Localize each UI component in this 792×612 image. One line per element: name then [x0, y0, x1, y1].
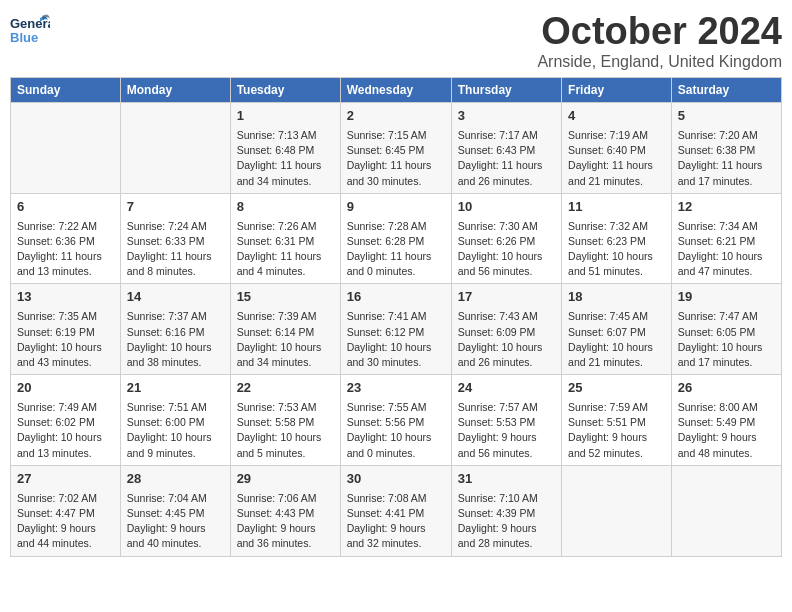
calendar-cell: 1Sunrise: 7:13 AMSunset: 6:48 PMDaylight… [230, 103, 340, 194]
calendar-cell: 16Sunrise: 7:41 AMSunset: 6:12 PMDayligh… [340, 284, 451, 375]
day-number: 4 [568, 107, 665, 126]
day-info: Sunrise: 7:43 AMSunset: 6:09 PMDaylight:… [458, 309, 555, 370]
calendar-cell: 18Sunrise: 7:45 AMSunset: 6:07 PMDayligh… [562, 284, 672, 375]
day-info: Sunrise: 7:49 AMSunset: 6:02 PMDaylight:… [17, 400, 114, 461]
calendar-cell: 6Sunrise: 7:22 AMSunset: 6:36 PMDaylight… [11, 193, 121, 284]
day-info: Sunrise: 7:59 AMSunset: 5:51 PMDaylight:… [568, 400, 665, 461]
day-number: 24 [458, 379, 555, 398]
week-row-4: 20Sunrise: 7:49 AMSunset: 6:02 PMDayligh… [11, 375, 782, 466]
month-title: October 2024 [537, 10, 782, 53]
calendar-cell: 22Sunrise: 7:53 AMSunset: 5:58 PMDayligh… [230, 375, 340, 466]
day-number: 7 [127, 198, 224, 217]
day-info: Sunrise: 7:04 AMSunset: 4:45 PMDaylight:… [127, 491, 224, 552]
day-info: Sunrise: 7:02 AMSunset: 4:47 PMDaylight:… [17, 491, 114, 552]
day-info: Sunrise: 8:00 AMSunset: 5:49 PMDaylight:… [678, 400, 775, 461]
day-number: 27 [17, 470, 114, 489]
calendar-cell: 26Sunrise: 8:00 AMSunset: 5:49 PMDayligh… [671, 375, 781, 466]
day-number: 25 [568, 379, 665, 398]
day-number: 19 [678, 288, 775, 307]
day-info: Sunrise: 7:53 AMSunset: 5:58 PMDaylight:… [237, 400, 334, 461]
week-row-1: 1Sunrise: 7:13 AMSunset: 6:48 PMDaylight… [11, 103, 782, 194]
day-info: Sunrise: 7:22 AMSunset: 6:36 PMDaylight:… [17, 219, 114, 280]
day-info: Sunrise: 7:20 AMSunset: 6:38 PMDaylight:… [678, 128, 775, 189]
calendar-cell: 23Sunrise: 7:55 AMSunset: 5:56 PMDayligh… [340, 375, 451, 466]
calendar-cell: 3Sunrise: 7:17 AMSunset: 6:43 PMDaylight… [451, 103, 561, 194]
header: General Blue October 2024 Arnside, Engla… [10, 10, 782, 71]
day-number: 10 [458, 198, 555, 217]
day-info: Sunrise: 7:15 AMSunset: 6:45 PMDaylight:… [347, 128, 445, 189]
day-info: Sunrise: 7:13 AMSunset: 6:48 PMDaylight:… [237, 128, 334, 189]
location: Arnside, England, United Kingdom [537, 53, 782, 71]
day-info: Sunrise: 7:35 AMSunset: 6:19 PMDaylight:… [17, 309, 114, 370]
calendar-cell: 5Sunrise: 7:20 AMSunset: 6:38 PMDaylight… [671, 103, 781, 194]
day-info: Sunrise: 7:57 AMSunset: 5:53 PMDaylight:… [458, 400, 555, 461]
calendar-cell: 9Sunrise: 7:28 AMSunset: 6:28 PMDaylight… [340, 193, 451, 284]
day-number: 3 [458, 107, 555, 126]
calendar-cell: 14Sunrise: 7:37 AMSunset: 6:16 PMDayligh… [120, 284, 230, 375]
day-number: 30 [347, 470, 445, 489]
calendar-table: SundayMondayTuesdayWednesdayThursdayFrid… [10, 77, 782, 557]
calendar-cell [11, 103, 121, 194]
day-info: Sunrise: 7:55 AMSunset: 5:56 PMDaylight:… [347, 400, 445, 461]
dow-header-saturday: Saturday [671, 78, 781, 103]
calendar-cell: 31Sunrise: 7:10 AMSunset: 4:39 PMDayligh… [451, 465, 561, 556]
day-info: Sunrise: 7:10 AMSunset: 4:39 PMDaylight:… [458, 491, 555, 552]
logo-icon: General Blue [10, 10, 50, 50]
logo: General Blue [10, 10, 50, 50]
week-row-5: 27Sunrise: 7:02 AMSunset: 4:47 PMDayligh… [11, 465, 782, 556]
calendar-cell [120, 103, 230, 194]
calendar-cell: 15Sunrise: 7:39 AMSunset: 6:14 PMDayligh… [230, 284, 340, 375]
dow-header-friday: Friday [562, 78, 672, 103]
day-info: Sunrise: 7:17 AMSunset: 6:43 PMDaylight:… [458, 128, 555, 189]
calendar-cell [671, 465, 781, 556]
day-number: 5 [678, 107, 775, 126]
calendar-cell: 13Sunrise: 7:35 AMSunset: 6:19 PMDayligh… [11, 284, 121, 375]
day-info: Sunrise: 7:47 AMSunset: 6:05 PMDaylight:… [678, 309, 775, 370]
day-number: 14 [127, 288, 224, 307]
day-number: 13 [17, 288, 114, 307]
day-number: 2 [347, 107, 445, 126]
day-number: 23 [347, 379, 445, 398]
day-number: 28 [127, 470, 224, 489]
dow-header-wednesday: Wednesday [340, 78, 451, 103]
dow-header-sunday: Sunday [11, 78, 121, 103]
dow-header-monday: Monday [120, 78, 230, 103]
calendar-cell: 27Sunrise: 7:02 AMSunset: 4:47 PMDayligh… [11, 465, 121, 556]
calendar-cell: 21Sunrise: 7:51 AMSunset: 6:00 PMDayligh… [120, 375, 230, 466]
calendar-cell: 4Sunrise: 7:19 AMSunset: 6:40 PMDaylight… [562, 103, 672, 194]
day-info: Sunrise: 7:06 AMSunset: 4:43 PMDaylight:… [237, 491, 334, 552]
day-info: Sunrise: 7:32 AMSunset: 6:23 PMDaylight:… [568, 219, 665, 280]
title-block: October 2024 Arnside, England, United Ki… [537, 10, 782, 71]
calendar-cell: 7Sunrise: 7:24 AMSunset: 6:33 PMDaylight… [120, 193, 230, 284]
day-number: 16 [347, 288, 445, 307]
day-number: 20 [17, 379, 114, 398]
day-number: 1 [237, 107, 334, 126]
day-number: 6 [17, 198, 114, 217]
calendar-cell: 12Sunrise: 7:34 AMSunset: 6:21 PMDayligh… [671, 193, 781, 284]
day-number: 12 [678, 198, 775, 217]
calendar-cell: 2Sunrise: 7:15 AMSunset: 6:45 PMDaylight… [340, 103, 451, 194]
calendar-body: 1Sunrise: 7:13 AMSunset: 6:48 PMDaylight… [11, 103, 782, 557]
day-info: Sunrise: 7:08 AMSunset: 4:41 PMDaylight:… [347, 491, 445, 552]
day-number: 17 [458, 288, 555, 307]
dow-header-tuesday: Tuesday [230, 78, 340, 103]
day-number: 21 [127, 379, 224, 398]
calendar-cell: 24Sunrise: 7:57 AMSunset: 5:53 PMDayligh… [451, 375, 561, 466]
calendar-cell [562, 465, 672, 556]
day-info: Sunrise: 7:19 AMSunset: 6:40 PMDaylight:… [568, 128, 665, 189]
calendar-cell: 20Sunrise: 7:49 AMSunset: 6:02 PMDayligh… [11, 375, 121, 466]
calendar-cell: 11Sunrise: 7:32 AMSunset: 6:23 PMDayligh… [562, 193, 672, 284]
day-number: 11 [568, 198, 665, 217]
svg-text:Blue: Blue [10, 30, 38, 45]
day-number: 29 [237, 470, 334, 489]
week-row-2: 6Sunrise: 7:22 AMSunset: 6:36 PMDaylight… [11, 193, 782, 284]
calendar-cell: 28Sunrise: 7:04 AMSunset: 4:45 PMDayligh… [120, 465, 230, 556]
day-number: 26 [678, 379, 775, 398]
day-number: 18 [568, 288, 665, 307]
day-number: 15 [237, 288, 334, 307]
week-row-3: 13Sunrise: 7:35 AMSunset: 6:19 PMDayligh… [11, 284, 782, 375]
calendar-cell: 29Sunrise: 7:06 AMSunset: 4:43 PMDayligh… [230, 465, 340, 556]
day-number: 22 [237, 379, 334, 398]
dow-header-thursday: Thursday [451, 78, 561, 103]
day-info: Sunrise: 7:30 AMSunset: 6:26 PMDaylight:… [458, 219, 555, 280]
